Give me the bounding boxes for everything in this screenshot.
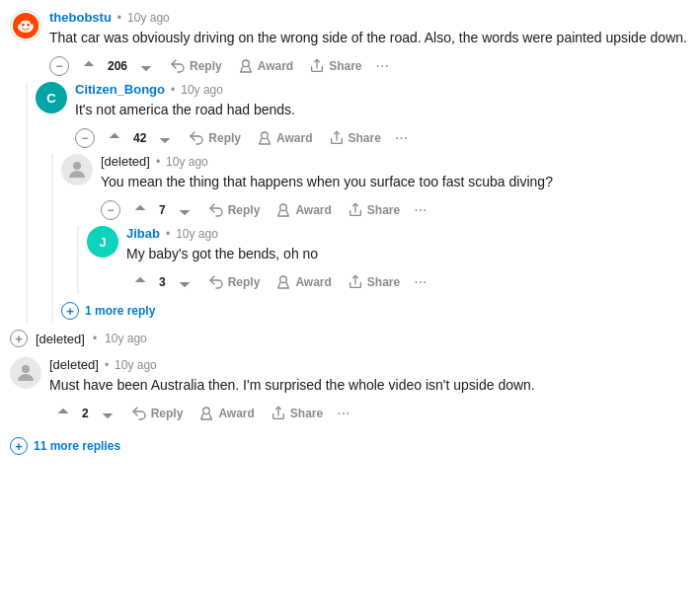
downvote-icon [100, 406, 116, 421]
award-icon [198, 406, 214, 421]
collapse-button[interactable]: − [75, 128, 95, 148]
comment-body: [deleted] • 10y ago Must have been Austr… [49, 357, 690, 425]
share-icon [271, 406, 286, 421]
comment-text: That car was obviously driving on the wr… [49, 28, 690, 48]
comment-meta: [deleted] • 10y ago [49, 357, 690, 372]
reply-icon [189, 130, 204, 146]
downvote-button[interactable] [151, 126, 179, 150]
svg-point-9 [242, 60, 249, 67]
share-button[interactable]: Share [342, 270, 406, 294]
award-button[interactable]: Award [270, 270, 337, 294]
vote-count: 206 [106, 59, 129, 73]
share-button[interactable]: Share [303, 54, 367, 78]
deleted-top-level: + [deleted] • 10y ago [10, 324, 690, 353]
svg-point-16 [280, 276, 287, 283]
username: [deleted] [101, 154, 150, 169]
share-icon [348, 274, 363, 290]
more-options-button[interactable]: ··· [410, 201, 430, 219]
username[interactable]: Citizen_Bongo [75, 82, 165, 97]
expand-icon: + [61, 302, 79, 320]
comment-jibab: J Jibab • 10y ago My baby's got the bend… [87, 226, 690, 294]
reply-button[interactable]: Reply [183, 126, 247, 150]
svg-point-18 [22, 365, 30, 373]
vote-group: 7 [126, 198, 198, 222]
upvote-icon [107, 130, 122, 146]
comment-citizen-bongo: C Citizen_Bongo • 10y ago It's not ameri… [36, 82, 690, 150]
more-replies-bottom[interactable]: + 11 more replies [10, 433, 690, 459]
more-options-button[interactable]: ··· [333, 405, 353, 422]
more-options-button[interactable]: ··· [391, 129, 412, 147]
upvote-button[interactable] [126, 198, 154, 222]
share-icon [329, 130, 345, 146]
deleted-username: [deleted] [36, 332, 85, 346]
downvote-button[interactable] [132, 54, 160, 78]
svg-point-4 [27, 24, 30, 27]
timestamp: 10y ago [181, 83, 223, 97]
avatar [10, 10, 41, 41]
expand-icon: + [10, 437, 28, 455]
username[interactable]: Jibab [126, 226, 160, 241]
comment-text: You mean the thing that happens when you… [101, 172, 690, 192]
more-options-button[interactable]: ··· [372, 57, 393, 75]
comment-meta: [deleted] • 10y ago [101, 154, 690, 169]
comment-deleted-1: [deleted] • 10y ago You mean the thing t… [61, 154, 690, 222]
share-icon [348, 202, 363, 218]
upvote-button[interactable] [101, 126, 128, 150]
vote-count: 2 [80, 407, 91, 420]
avatar: C [36, 82, 67, 113]
award-icon [275, 274, 291, 290]
downvote-button[interactable] [171, 198, 198, 222]
comment-body: Citizen_Bongo • 10y ago It's not america… [75, 82, 690, 150]
collapse-button[interactable]: − [101, 200, 120, 220]
indent-level-1: C Citizen_Bongo • 10y ago It's not ameri… [26, 82, 690, 324]
action-bar: 3 Reply Award [126, 270, 690, 294]
share-button[interactable]: Share [342, 198, 406, 222]
indent-level-3: J Jibab • 10y ago My baby's got the bend… [77, 226, 690, 294]
reply-button[interactable]: Reply [164, 54, 228, 78]
award-button[interactable]: Award [251, 126, 318, 150]
vote-group: 3 [126, 270, 198, 294]
award-button[interactable]: Award [193, 402, 260, 425]
svg-point-13 [73, 162, 81, 170]
award-icon [257, 130, 272, 146]
comment-body: Jibab • 10y ago My baby's got the bends,… [126, 226, 690, 294]
comment-body: thebobstu • 10y ago That car was obvious… [49, 10, 690, 78]
downvote-button[interactable] [171, 270, 198, 294]
collapse-button[interactable]: − [49, 56, 69, 76]
upvote-icon [132, 202, 148, 218]
share-button[interactable]: Share [323, 126, 387, 150]
award-button[interactable]: Award [270, 198, 337, 222]
more-replies-link[interactable]: + 1 more reply [61, 298, 690, 324]
username[interactable]: thebobstu [49, 10, 112, 25]
downvote-button[interactable] [94, 402, 121, 425]
award-icon [238, 58, 254, 74]
upvote-button[interactable] [75, 54, 103, 78]
svg-point-11 [262, 132, 269, 139]
reply-button[interactable]: Reply [125, 402, 190, 425]
vote-group: 42 [101, 126, 179, 150]
comment-text: Must have been Australia then. I'm surpr… [49, 375, 690, 396]
avatar [61, 154, 93, 186]
svg-point-14 [280, 204, 287, 211]
comment-body: [deleted] • 10y ago You mean the thing t… [101, 154, 690, 222]
reply-button[interactable]: Reply [202, 198, 267, 222]
comment-text: My baby's got the bends, oh no [126, 244, 690, 264]
share-button[interactable]: Share [265, 402, 329, 425]
comment-meta: thebobstu • 10y ago [49, 10, 690, 25]
upvote-icon [55, 406, 71, 421]
award-button[interactable]: Award [232, 54, 299, 78]
expand-icon[interactable]: + [10, 330, 28, 347]
comment-thebobstu: thebobstu • 10y ago That car was obvious… [10, 10, 690, 78]
avatar [10, 357, 41, 389]
share-icon [309, 58, 325, 74]
comment-thread: thebobstu • 10y ago That car was obvious… [10, 10, 690, 459]
upvote-button[interactable] [126, 270, 154, 294]
upvote-icon [132, 274, 148, 290]
action-bar: − 7 Reply [101, 198, 690, 222]
reply-button[interactable]: Reply [202, 270, 267, 294]
upvote-icon [81, 58, 97, 74]
more-options-button[interactable]: ··· [410, 273, 430, 291]
timestamp: 10y ago [127, 11, 170, 25]
downvote-icon [177, 202, 193, 218]
upvote-button[interactable] [49, 402, 77, 425]
